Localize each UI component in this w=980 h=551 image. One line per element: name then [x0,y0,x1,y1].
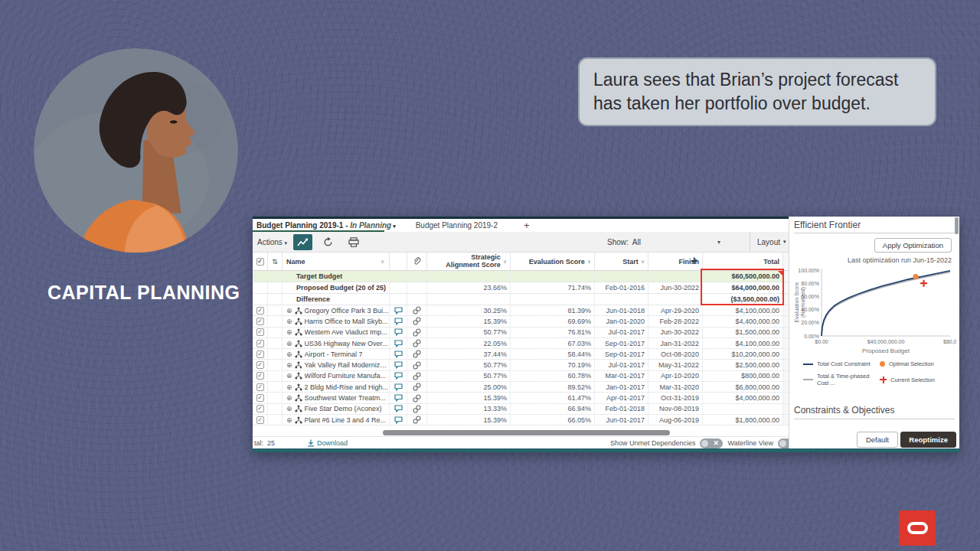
vertical-scrollbar[interactable] [782,253,789,270]
link-icon[interactable] [413,350,421,358]
row-checkbox[interactable]: ✓ [253,349,267,359]
column-comment[interactable] [389,253,407,270]
optimal-selection-marker[interactable] [913,274,919,279]
row-checkbox[interactable]: ✓ [253,338,267,348]
table-row[interactable]: ✓ ⊕ Yak Valley Rail Moderniza... 50.77% … [253,360,789,370]
project-name[interactable]: Wilford Furniture Manufa... [305,372,387,380]
link-icon[interactable] [413,339,421,347]
table-row[interactable]: Difference ($3,500,000.00) [253,294,789,305]
table-row[interactable]: ✓ ⊕ Wilford Furniture Manufa... 50.77% 6… [253,371,789,382]
link-icon[interactable] [413,317,421,325]
horizontal-scrollbar[interactable] [383,430,670,435]
table-row[interactable]: ✓ ⊕ Five Star Demo (Aconex) 13.33% 66.94… [253,404,789,415]
project-name[interactable]: Proposed Budget (20 of 25) [296,284,386,292]
expand-icon[interactable]: ⊕ [286,394,292,402]
column-strategic-alignment-score[interactable]: StrategicAlignment Score∨ [426,253,510,270]
add-column-button[interactable]: + [691,254,697,268]
row-checkbox[interactable]: ✓ [253,360,267,370]
row-checkbox[interactable]: ✓ [253,316,267,326]
row-checkbox[interactable]: ✓ [253,382,267,392]
project-name[interactable]: Target Budget [296,272,342,280]
link-icon[interactable] [413,394,421,403]
project-name[interactable]: Southwest Water Treatm... [305,394,386,402]
comment-icon[interactable] [394,394,403,402]
expand-icon[interactable]: ⊕ [286,361,292,369]
actions-menu[interactable]: Actions ▾ [257,238,287,246]
table-row[interactable]: ✓ ⊕ Plant #6 Line 3 and 4 Re... 15.39% 6… [253,415,789,425]
expand-icon[interactable]: ⊕ [286,318,292,325]
expand-icon[interactable]: ⊕ [286,383,292,391]
expand-icon[interactable]: ⊕ [286,416,292,424]
expand-icon[interactable]: ⊕ [286,307,292,315]
comment-icon[interactable] [394,361,403,369]
row-checkbox[interactable]: ✓ [253,393,267,403]
waterline-toggle[interactable]: ✕ [778,439,789,448]
column-total[interactable]: Total [702,253,782,270]
expand-icon[interactable]: ⊕ [286,340,292,347]
expand-icon[interactable]: ⊕ [286,372,292,380]
layout-menu[interactable]: Layout▾ [750,232,786,252]
link-icon[interactable] [413,328,421,337]
table-row[interactable]: ✓ ⊕ Airport - Terminal 7 37.44% 58.44% S… [253,349,789,360]
table-row[interactable]: ✓ ⊕ US36 Highway New Over... 22.05% 67.0… [253,338,789,349]
table-row[interactable]: Target Budget $60,500,000.00 [253,271,789,282]
project-name[interactable]: Plant #6 Line 3 and 4 Re... [305,416,387,424]
table-row[interactable]: ✓ ⊕ Gregory Office Park 3 Bui... 30.25% … [253,305,789,316]
comment-icon[interactable] [394,372,403,380]
row-checkbox[interactable] [253,294,267,305]
column-start[interactable]: Start∨ [594,253,648,270]
project-name[interactable]: Yak Valley Rail Moderniza... [304,361,389,369]
link-icon[interactable] [413,372,421,380]
project-name[interactable]: Gregory Office Park 3 Bui... [305,307,389,315]
apply-optimization-button[interactable]: Apply Optimization [874,238,952,253]
refresh-button[interactable] [318,234,338,250]
table-row[interactable]: ✓ ⊕ Southwest Water Treatm... 15.39% 61.… [253,393,789,403]
link-icon[interactable] [413,405,421,413]
project-name[interactable]: Western Ave Viaduct Imp... [305,328,387,336]
row-checkbox[interactable] [253,282,267,293]
expand-icon[interactable]: ⊕ [286,328,292,336]
expand-icon[interactable]: ⊕ [286,405,292,412]
comment-icon[interactable] [394,405,403,412]
link-icon[interactable] [413,361,421,370]
unmet-dependencies-toggle[interactable]: ✕ [700,439,723,448]
project-name[interactable]: 2 Bldg Mid-Rise and High... [305,383,389,391]
select-all-checkbox[interactable]: ✓ [253,253,267,270]
link-icon[interactable] [413,383,421,391]
link-icon[interactable] [413,416,421,424]
comment-icon[interactable] [394,307,403,315]
row-checkbox[interactable]: ✓ [253,305,267,315]
default-button[interactable]: Default [857,432,898,448]
download-link[interactable]: Download [307,439,348,447]
tab-budget-planning-2019-2[interactable]: Budget Planning 2019-2 [408,221,505,230]
comment-icon[interactable] [394,383,403,391]
project-name[interactable]: Difference [296,295,330,303]
comment-icon[interactable] [394,416,403,424]
expand-icon[interactable]: ⊕ [286,350,292,358]
print-button[interactable] [344,234,363,250]
column-evaluation-score[interactable]: Evaluation Score∨ [510,253,594,270]
table-row[interactable]: ✓ ⊕ 2 Bldg Mid-Rise and High... 25.00% 8… [253,382,789,393]
show-filter[interactable]: Show:All [607,238,641,246]
row-checkbox[interactable]: ✓ [253,371,267,381]
project-name[interactable]: US36 Highway New Over... [305,340,388,347]
sort-button[interactable]: ⇅ [267,253,282,270]
comment-icon[interactable] [394,328,403,336]
chevron-down-icon[interactable]: ▾ [717,239,720,246]
project-name[interactable]: Five Star Demo (Aconex) [305,405,382,412]
new-tab-button[interactable]: + [524,220,530,231]
panel-scrollbar[interactable] [955,217,959,234]
comment-icon[interactable] [394,350,403,358]
row-checkbox[interactable]: ✓ [253,404,267,414]
comment-icon[interactable] [394,318,403,325]
project-name[interactable]: Airport - Terminal 7 [305,350,363,358]
column-name[interactable]: Name∨ [282,253,389,270]
row-checkbox[interactable]: ✓ [253,415,267,425]
table-row[interactable]: Proposed Budget (20 of 25) 23.66% 71.74%… [253,282,789,294]
chart-view-button[interactable] [293,234,312,250]
link-icon[interactable] [413,306,421,315]
tab-budget-planning-2019-1[interactable]: Budget Planning 2019-1 - In Planning▾ [253,221,402,230]
table-row[interactable]: ✓ ⊕ Harris Office to Mall Skyb... 15.39%… [253,316,789,327]
current-selection-marker[interactable] [920,280,927,287]
table-row[interactable]: ✓ ⊕ Western Ave Viaduct Imp... 50.77% 76… [253,328,789,338]
